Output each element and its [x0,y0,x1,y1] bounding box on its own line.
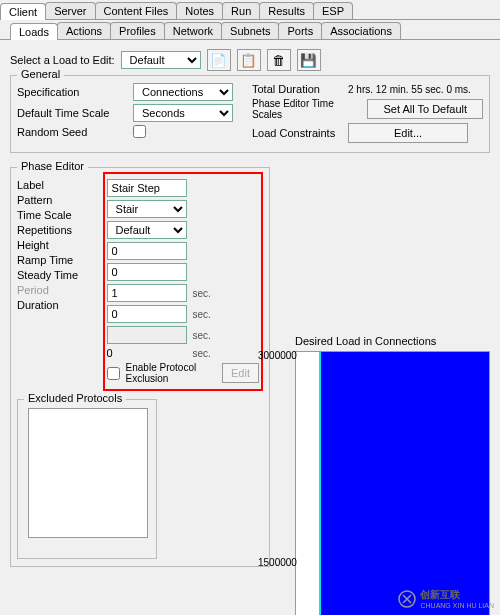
default-timescale-select[interactable]: Seconds [133,104,233,122]
pe-duration-label: Duration [17,299,59,311]
pe-repetitions-input[interactable] [107,242,187,260]
subtab-ports[interactable]: Ports [278,22,322,39]
delete-load-icon[interactable]: 🗑 [267,49,291,71]
sub-tabs: Loads Actions Profiles Network Subnets P… [0,20,500,40]
pe-ramp-label: Ramp Time [17,254,73,266]
watermark-sub: CHUANG XIN HU LIAN [420,602,494,609]
pe-ramp-input[interactable] [107,284,187,302]
subtab-actions[interactable]: Actions [57,22,111,39]
enable-protocol-exclusion-label: Enable Protocol Exclusion [126,362,216,384]
general-title: General [17,68,64,80]
pe-duration-value: 0 [107,347,187,359]
tab-esp[interactable]: ESP [313,2,353,19]
select-load-label: Select a Load to Edit: [10,54,115,66]
tab-content-files[interactable]: Content Files [95,2,178,19]
phase-editor-title: Phase Editor [17,160,88,172]
subtab-profiles[interactable]: Profiles [110,22,165,39]
pe-period-input [107,326,187,344]
copy-load-icon[interactable]: 📋 [237,49,261,71]
tab-client[interactable]: Client [0,3,46,20]
unit-sec: sec. [193,309,211,320]
protocol-exclusion-edit-button: Edit [222,363,259,383]
pe-steady-label: Steady Time [17,269,78,281]
excluded-protocols-fieldset: Excluded Protocols [17,399,157,559]
tab-notes[interactable]: Notes [176,2,223,19]
load-select[interactable]: Default [121,51,201,69]
random-seed-label: Random Seed [17,126,127,138]
unit-sec: sec. [193,288,211,299]
total-duration-label: Total Duration [252,83,342,95]
excluded-protocols-list[interactable] [28,408,148,538]
subtab-loads[interactable]: Loads [10,23,58,40]
phase-editor-timescales-label: Phase Editor Time Scales [252,98,361,120]
chart-title: Desired Load in Connections [295,335,495,347]
tab-results[interactable]: Results [259,2,314,19]
watermark-logo-icon [398,590,416,608]
total-duration-value: 2 hrs. 12 min. 55 sec. 0 ms. [348,84,471,95]
pe-pattern-label: Pattern [17,194,52,206]
subtab-network[interactable]: Network [164,22,222,39]
general-fieldset: General Specification Connections Defaul… [10,75,490,153]
phase-fields-highlight: Stair Default sec. sec. sec. 0 sec. Enab… [103,172,263,391]
pe-height-label: Height [17,239,49,251]
set-all-default-button[interactable]: Set All To Default [367,99,483,119]
new-load-icon[interactable]: 📄 [207,49,231,71]
y-tick-1500000: 1500000 [258,557,297,568]
pe-pattern-select[interactable]: Stair [107,200,187,218]
pe-timescale-label: Time Scale [17,209,72,221]
pe-label-label: Label [17,179,44,191]
tab-run[interactable]: Run [222,2,260,19]
specification-select[interactable]: Connections [133,83,233,101]
pe-steady-input[interactable] [107,305,187,323]
y-tick-3000000: 3000000 [258,350,297,361]
subtab-subnets[interactable]: Subnets [221,22,279,39]
pe-height-input[interactable] [107,263,187,281]
chart-canvas: 3000000 1500000 [295,351,490,615]
pe-label-input[interactable] [107,179,187,197]
watermark-brand: 创新互联 [420,588,494,602]
pe-period-label: Period [17,284,49,296]
pe-repetitions-label: Repetitions [17,224,72,236]
load-constraints-label: Load Constraints [252,127,342,139]
default-timescale-label: Default Time Scale [17,107,127,119]
pe-timescale-select[interactable]: Default [107,221,187,239]
load-constraints-edit-button[interactable]: Edit... [348,123,468,143]
watermark: 创新互联 CHUANG XIN HU LIAN [398,588,494,609]
save-load-icon[interactable]: 💾 [297,49,321,71]
unit-sec: sec. [193,330,211,341]
phase-editor-fieldset: Phase Editor Label Pattern Time Scale Re… [10,167,270,567]
subtab-associations[interactable]: Associations [321,22,401,39]
unit-sec: sec. [193,348,211,359]
excluded-protocols-title: Excluded Protocols [24,392,126,404]
tab-server[interactable]: Server [45,2,95,19]
random-seed-checkbox[interactable] [133,125,146,138]
main-tabs: Client Server Content Files Notes Run Re… [0,0,500,20]
specification-label: Specification [17,86,127,98]
enable-protocol-exclusion-checkbox[interactable] [107,367,120,380]
